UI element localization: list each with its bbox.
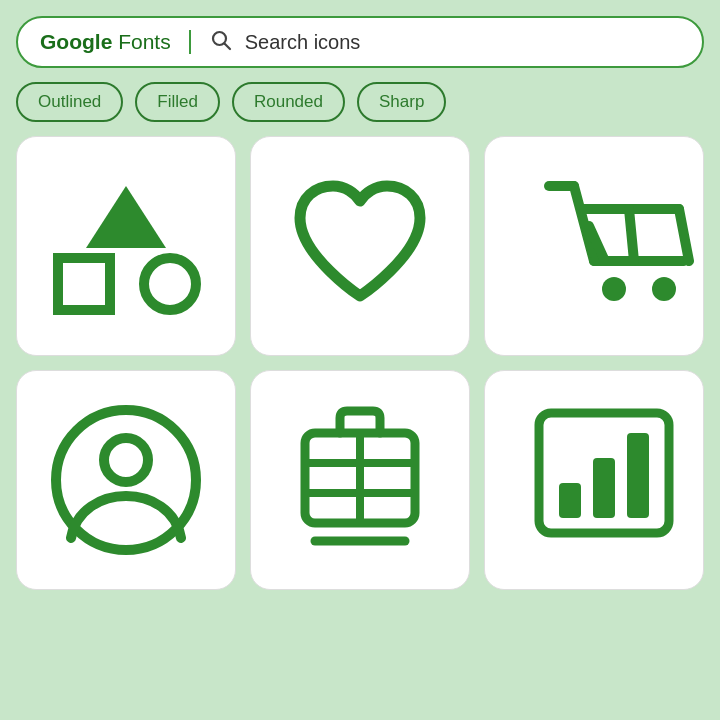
filter-chip-filled[interactable]: Filled: [135, 82, 220, 122]
search-icon: [209, 28, 233, 56]
bar-chart-icon-card[interactable]: [484, 370, 704, 590]
shapes-icon-card[interactable]: [16, 136, 236, 356]
search-section[interactable]: Search icons: [191, 28, 680, 56]
svg-rect-23: [593, 458, 615, 518]
account-circle-icon: [46, 400, 206, 560]
bar-chart-icon: [529, 403, 689, 558]
filter-chip-rounded[interactable]: Rounded: [232, 82, 345, 122]
shopping-cart-icon: [544, 171, 704, 321]
svg-point-15: [104, 438, 148, 482]
logo-section: Google Fonts: [40, 30, 191, 54]
svg-line-13: [629, 209, 634, 261]
shopping-cart-icon-card[interactable]: [484, 136, 704, 356]
shapes-icon: [46, 176, 206, 316]
svg-rect-24: [627, 433, 649, 518]
svg-point-4: [144, 258, 196, 310]
icons-grid: [0, 136, 720, 604]
favorite-icon: [285, 176, 435, 316]
svg-rect-22: [559, 483, 581, 518]
luggage-icon-card[interactable]: [250, 370, 470, 590]
filter-bar: Outlined Filled Rounded Sharp: [0, 68, 720, 136]
search-placeholder: Search icons: [245, 31, 361, 54]
svg-point-11: [652, 277, 676, 301]
favorite-icon-card[interactable]: [250, 136, 470, 356]
luggage-icon: [285, 403, 435, 558]
svg-point-10: [602, 277, 626, 301]
svg-line-9: [679, 209, 689, 261]
svg-marker-2: [86, 186, 166, 248]
account-circle-icon-card[interactable]: [16, 370, 236, 590]
logo-text: Google Fonts: [40, 30, 171, 54]
filter-chip-outlined[interactable]: Outlined: [16, 82, 123, 122]
filter-chip-sharp[interactable]: Sharp: [357, 82, 446, 122]
svg-rect-3: [58, 258, 110, 310]
svg-line-1: [224, 44, 230, 50]
